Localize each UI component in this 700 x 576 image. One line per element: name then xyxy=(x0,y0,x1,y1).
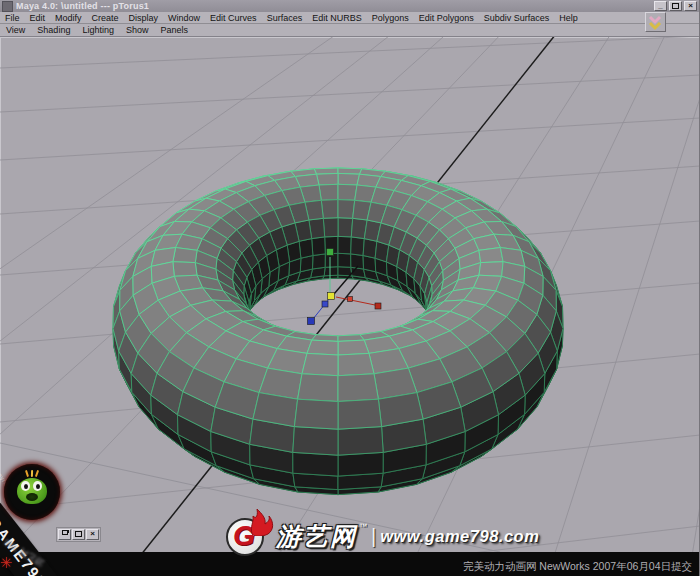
restore-icon xyxy=(672,3,679,9)
torus-face xyxy=(338,200,355,219)
torus-face xyxy=(319,184,338,200)
torus-face xyxy=(293,452,338,476)
mascot-hair xyxy=(31,470,33,477)
minimize-button[interactable]: _ xyxy=(654,1,667,11)
torus-face xyxy=(338,353,374,375)
manipulator-z-axis-inner-handle[interactable] xyxy=(322,301,328,307)
grid-line xyxy=(0,37,700,576)
menu-edit-polygons[interactable]: Edit Polygons xyxy=(414,13,479,23)
game798-logo: G xyxy=(226,514,270,558)
menu-file[interactable]: File xyxy=(0,13,25,23)
torus-face xyxy=(479,248,503,263)
panel-menu-show[interactable]: Show xyxy=(120,25,155,35)
menu-edit-nurbs[interactable]: Edit NURBS xyxy=(307,13,367,23)
torus-face xyxy=(323,218,338,237)
torus-face xyxy=(338,374,378,402)
mascot-hair xyxy=(25,470,29,477)
torus-face xyxy=(312,237,326,256)
title-bar[interactable]: Maya 4.0: \untitled --- pTorus1 _ × xyxy=(0,0,699,12)
torus-face xyxy=(307,340,338,355)
grid-line xyxy=(0,37,700,68)
menu-surfaces[interactable]: Surfaces xyxy=(262,13,308,23)
menu-window[interactable]: Window xyxy=(163,13,205,23)
torus-face xyxy=(173,262,197,277)
menu-display[interactable]: Display xyxy=(124,13,164,23)
torus-face xyxy=(338,253,351,267)
torus-face xyxy=(299,239,313,259)
manipulator-x-axis-inner-handle[interactable] xyxy=(348,297,353,302)
torus-face xyxy=(363,239,377,259)
torus-face xyxy=(338,218,353,237)
manipulator-z-axis-handle[interactable] xyxy=(308,318,315,325)
grid-line xyxy=(0,75,700,112)
torus-face xyxy=(317,173,339,185)
panel-menu-view[interactable]: View xyxy=(0,25,31,35)
maya-app-icon xyxy=(2,1,13,12)
torus-face xyxy=(338,173,360,185)
panel-menu-shading[interactable]: Shading xyxy=(31,25,76,35)
maya-window: Maya 4.0: \untitled --- pTorus1 _ × File… xyxy=(0,0,700,576)
menu-help[interactable]: Help xyxy=(554,13,583,23)
panel-menu-panels[interactable]: Panels xyxy=(154,25,194,35)
main-menu-bar: FileEditModifyCreateDisplayWindowEdit Cu… xyxy=(0,12,699,24)
grid-line xyxy=(0,37,700,576)
mini-window-controls: × xyxy=(56,527,101,542)
torus-face xyxy=(302,353,338,375)
menu-edit[interactable]: Edit xyxy=(25,13,51,23)
mascot-eye xyxy=(33,481,42,491)
manipulator-x-axis-handle[interactable] xyxy=(375,303,381,309)
mini-restore-icon xyxy=(62,530,68,535)
grid-line xyxy=(0,37,700,576)
separator: | xyxy=(371,525,376,548)
panel-menu-lighting[interactable]: Lighting xyxy=(76,25,120,35)
torus-face xyxy=(173,248,197,263)
window-title: Maya 4.0: \untitled --- pTorus1 xyxy=(16,1,149,11)
grid-line xyxy=(540,37,700,576)
red-star-icon: ✳ xyxy=(0,554,13,572)
mini-maximize-icon xyxy=(75,531,82,537)
torus-face xyxy=(338,452,383,476)
torus-face xyxy=(338,427,383,456)
game798-badge xyxy=(4,464,60,520)
watermark: G 游艺网 ™ | www.game798.com xyxy=(226,514,539,558)
site-name: 游艺网 xyxy=(276,520,357,553)
mascot-mouth xyxy=(26,493,38,501)
mascot-eye xyxy=(21,481,30,491)
menu-polygons[interactable]: Polygons xyxy=(367,13,414,23)
perspective-viewport[interactable] xyxy=(0,37,700,576)
menu-modify[interactable]: Modify xyxy=(50,13,87,23)
torus-face xyxy=(298,374,338,402)
mini-close-button[interactable]: × xyxy=(86,529,99,540)
manipulator-y-axis-handle[interactable] xyxy=(327,249,334,256)
double-chevron-down-icon xyxy=(646,13,665,31)
grid-line xyxy=(0,37,700,576)
flame-icon xyxy=(246,508,276,536)
viewport-scene xyxy=(0,37,700,576)
close-button[interactable]: × xyxy=(684,1,697,11)
mini-restore-button[interactable] xyxy=(58,529,71,540)
menu-collapse-button[interactable] xyxy=(645,12,666,32)
trademark-mark: ™ xyxy=(359,522,367,531)
mini-maximize-button[interactable] xyxy=(72,529,85,540)
torus-face xyxy=(338,184,357,200)
credit-text: 完美动力动画网 NewWorks 2007年06月04日提交 xyxy=(463,560,692,574)
site-url: www.game798.com xyxy=(380,527,539,546)
grid-line xyxy=(0,118,700,160)
torus-face xyxy=(338,236,351,254)
panel-menu-bar: ViewShadingLightingShowPanels xyxy=(0,24,699,37)
torus-face xyxy=(351,237,365,256)
torus-face xyxy=(294,399,338,429)
menu-create[interactable]: Create xyxy=(87,13,124,23)
torus-face xyxy=(293,427,338,456)
torus-face xyxy=(324,267,338,276)
torus-face xyxy=(479,262,503,277)
menu-edit-curves[interactable]: Edit Curves xyxy=(205,13,262,23)
torus-face xyxy=(338,267,352,276)
restore-button[interactable] xyxy=(669,1,682,11)
menu-subdiv-surfaces[interactable]: Subdiv Surfaces xyxy=(479,13,555,23)
torus-face xyxy=(321,200,338,219)
torus-face xyxy=(338,399,382,429)
mascot-hair xyxy=(35,470,39,477)
manipulator-center-handle[interactable] xyxy=(328,293,335,300)
torus-face xyxy=(338,340,369,355)
